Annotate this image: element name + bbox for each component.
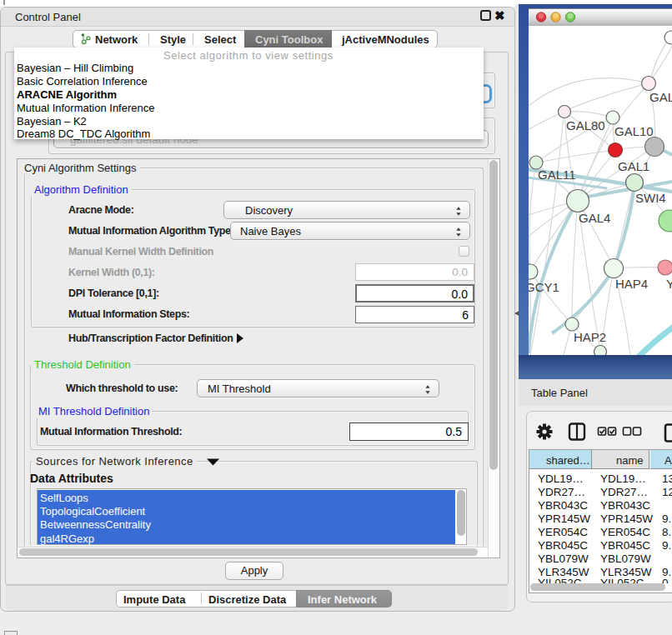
svg-text:GAL11: GAL11 bbox=[538, 168, 576, 182]
svg-text:SWI4: SWI4 bbox=[635, 191, 666, 205]
svg-text:GAL1: GAL1 bbox=[618, 159, 649, 173]
svg-text:GCY1: GCY1 bbox=[529, 280, 559, 294]
svg-text:HAP2: HAP2 bbox=[574, 330, 606, 344]
svg-text:GAL4: GAL4 bbox=[579, 211, 610, 225]
svg-text:GAL7: GAL7 bbox=[649, 90, 672, 104]
svg-text:GAL10: GAL10 bbox=[614, 124, 654, 138]
svg-text:HAP4: HAP4 bbox=[615, 277, 648, 291]
svg-text:Y: Y bbox=[666, 277, 672, 291]
svg-text:GAL80: GAL80 bbox=[566, 118, 605, 132]
